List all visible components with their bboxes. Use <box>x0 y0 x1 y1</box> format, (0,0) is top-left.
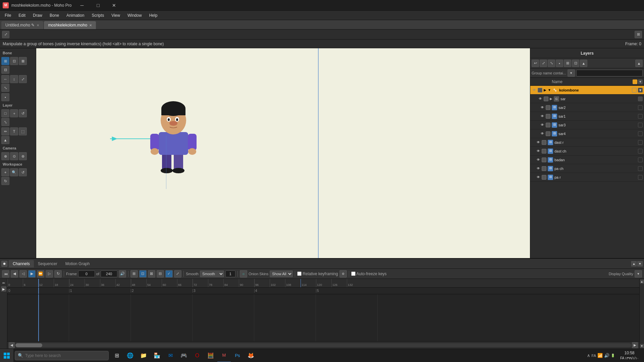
layer-tag-sar4[interactable] <box>638 131 643 136</box>
layer-row-sar3[interactable]: 👁 🖼 sar3 <box>530 121 644 129</box>
show-desktop-btn[interactable] <box>642 349 644 362</box>
taskbar-opera[interactable]: O <box>191 349 204 362</box>
scroll-right-btn[interactable]: ▶ <box>632 342 638 348</box>
btn-prev-frame[interactable]: ◀ <box>11 270 18 278</box>
taskbar-app-6[interactable]: 🎮 <box>177 349 191 362</box>
layer-tool-5[interactable]: ✏ <box>1 127 9 135</box>
menu-view[interactable]: View <box>108 12 123 19</box>
timeline-scrollthumb[interactable] <box>15 343 42 347</box>
layer-tool-7[interactable]: ⬚ <box>19 127 27 135</box>
layer-vis-dast-r[interactable]: 👁 <box>536 140 541 145</box>
start-button[interactable] <box>0 349 13 362</box>
menu-bone[interactable]: Bone <box>46 12 62 19</box>
menu-edit[interactable]: Edit <box>15 12 29 19</box>
tab-moshkelekolom[interactable]: moshkelekolom.moho ✕ <box>44 21 96 29</box>
taskbar-mail[interactable]: ✉ <box>164 349 177 362</box>
layer-tag-sar2[interactable] <box>638 105 643 110</box>
layer-tag-pa-r[interactable] <box>638 175 643 180</box>
tab-channels[interactable]: Channels <box>9 260 34 267</box>
layer-lock-dast-ch[interactable] <box>542 149 546 154</box>
workspace-tool-1[interactable]: ⌖ <box>1 168 9 176</box>
auto-freeze-input[interactable] <box>351 272 356 276</box>
workspace-tool-2[interactable]: 🔍 <box>10 168 18 176</box>
layer-vis-badan[interactable]: 👁 <box>536 157 541 163</box>
close-button[interactable]: ✕ <box>106 0 122 11</box>
layer-tag-kolombone[interactable]: ▼ <box>638 88 643 93</box>
btn-view-3[interactable]: ⊠ <box>148 270 155 278</box>
total-frames-input[interactable] <box>101 270 117 277</box>
menu-animation[interactable]: Animation <box>63 12 88 19</box>
taskbar-edge[interactable]: 🌐 <box>123 349 137 362</box>
bone-tool-5[interactable]: ↔ <box>1 75 9 83</box>
relative-keyframing-input[interactable] <box>297 272 302 276</box>
layer-vis-kolombone[interactable]: 👁 <box>532 87 537 93</box>
btn-expand[interactable]: ⤢ <box>174 270 181 278</box>
frame-input[interactable] <box>78 270 95 277</box>
taskbar-store[interactable]: 🏪 <box>150 349 164 362</box>
layer-lock-pa-ch[interactable] <box>542 166 546 171</box>
taskbar-task-view[interactable]: ⊞ <box>110 349 123 362</box>
layer-lock-kolombone[interactable] <box>538 88 542 93</box>
layer-row-badan[interactable]: 👁 🖼 badan <box>530 156 644 164</box>
taskbar-calc[interactable]: 🧮 <box>204 349 217 362</box>
layer-lock-sar3[interactable] <box>546 123 550 127</box>
onion-skins-toggle[interactable]: ○ <box>240 270 247 278</box>
layer-lock-sar4[interactable] <box>546 131 550 136</box>
vscroll-down[interactable]: ▼ <box>640 344 644 348</box>
layer-row-sar4[interactable]: 👁 🖼 sar4 <box>530 129 644 138</box>
menu-file[interactable]: File <box>1 12 14 19</box>
layer-tool-1[interactable]: □ <box>1 109 9 117</box>
layer-vis-sar1[interactable]: 👁 <box>540 114 545 119</box>
search-input[interactable] <box>25 353 106 358</box>
layer-tag-sar1[interactable] <box>638 114 643 119</box>
menu-draw[interactable]: Draw <box>30 12 46 19</box>
bone-tool-4[interactable]: ⊟ <box>1 66 9 74</box>
bone-tool-9[interactable]: • <box>1 93 9 101</box>
camera-tool-2[interactable]: ⊙ <box>10 152 18 160</box>
layer-row-sar1[interactable]: 👁 🖼 sar1 <box>530 112 644 121</box>
taskbar-clock[interactable]: 10:58 FA ۱۳۹۹/۱/۱۰ <box>617 350 642 361</box>
scroll-left-btn[interactable]: ◀ <box>9 342 15 348</box>
tl-side-btn-2[interactable]: ▶ <box>1 286 6 292</box>
layer-vis-pa-ch[interactable]: 👁 <box>536 166 541 171</box>
btn-prev-key[interactable]: ◁ <box>19 270 27 278</box>
layers-tb-2[interactable]: ⤢ <box>540 60 547 67</box>
btn-fast-forward[interactable]: ⏩ <box>37 270 44 278</box>
taskbar-ps[interactable]: Ps <box>231 349 244 362</box>
layer-vis2-sar[interactable]: 👁 <box>538 96 543 102</box>
btn-go-start[interactable]: ⏮ <box>2 270 9 278</box>
relative-keyframing-settings[interactable]: ⚙ <box>339 270 347 278</box>
tl-side-btn-1[interactable]: ✏ <box>1 280 6 286</box>
bone-tool-6[interactable]: ↕ <box>10 75 18 83</box>
toolbar-btn-1[interactable]: ⤢ <box>2 31 9 38</box>
layer-tag-dast-r[interactable] <box>638 140 643 145</box>
bone-tool-8[interactable]: ⤡ <box>1 84 9 92</box>
tray-network[interactable]: 📶 <box>597 353 603 358</box>
layers-tb-5[interactable]: ⊞ <box>564 60 571 67</box>
layers-filter-dropdown[interactable]: ▼ <box>568 69 575 77</box>
toolbar-btn-2[interactable]: ⊞ <box>635 31 642 38</box>
btn-play[interactable]: ▶ <box>28 270 36 278</box>
layer-row-pa-r[interactable]: 👁 🖼 pa r <box>530 173 644 182</box>
btn-view-4[interactable]: ⊟ <box>157 270 164 278</box>
layer-vis-dast-ch[interactable]: 👁 <box>536 148 541 154</box>
layer-lock-sar2[interactable] <box>546 105 550 110</box>
layer-vis-pa-r[interactable]: 👁 <box>536 175 541 180</box>
smooth-select[interactable]: Smooth Linear Ease In Ease Out <box>200 270 224 277</box>
bone-tool-2[interactable]: ⊡ <box>10 57 18 65</box>
smooth-value[interactable] <box>225 270 235 277</box>
workspace-tool-3[interactable]: ↺ <box>19 168 27 176</box>
tray-volume[interactable]: 🔊 <box>604 353 609 358</box>
tab-moshkelekolom-close[interactable]: ✕ <box>89 23 92 27</box>
tray-lang[interactable]: FA <box>592 354 596 358</box>
tab-untitled-close[interactable]: ✕ <box>37 23 39 27</box>
layer-vis-sar4[interactable]: 👁 <box>540 131 545 136</box>
layer-lock-sar[interactable] <box>544 97 548 101</box>
vscroll-up[interactable]: ▲ <box>640 280 644 284</box>
layers-tb-collapse[interactable]: ▲ <box>635 60 643 67</box>
bone-tool-7[interactable]: ⤢ <box>19 75 27 83</box>
layer-tool-8[interactable]: ▲ <box>1 136 9 144</box>
minimize-button[interactable]: ─ <box>74 0 90 11</box>
layer-lock-sar1[interactable] <box>546 114 550 119</box>
layer-arrow-kolombone[interactable]: ▶ <box>544 88 546 92</box>
